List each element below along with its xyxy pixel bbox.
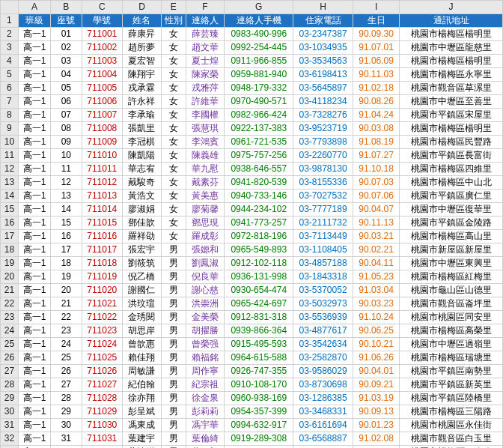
- cell-id[interactable]: 711025: [82, 351, 122, 365]
- cell-birth[interactable]: 90.09.13: [353, 405, 400, 419]
- cell-seat[interactable]: 11: [51, 163, 82, 176]
- cell-seat[interactable]: 32: [51, 446, 82, 449]
- cell-class[interactable]: 高一1: [18, 82, 50, 95]
- cell-contact[interactable]: 張嫄和: [186, 243, 225, 257]
- row-head[interactable]: 18: [1, 243, 19, 257]
- spreadsheet-grid[interactable]: A B C D E F G H I J 1班級座號學號姓名性別連絡人連絡人手機住…: [0, 0, 503, 448]
- header-cell[interactable]: 連絡人手機: [225, 14, 293, 28]
- cell-seat[interactable]: 24: [51, 338, 82, 351]
- cell-birth[interactable]: 90.01.23: [353, 419, 400, 432]
- cell-birth[interactable]: 90.03.08: [353, 122, 400, 136]
- cell-id[interactable]: 711027: [82, 378, 122, 392]
- cell-addr[interactable]: 桃園市中壢區至善里: [400, 95, 503, 109]
- cell-addr[interactable]: 桃園市楊梅區楊明里: [400, 28, 503, 41]
- cell-id[interactable]: 711017: [82, 243, 122, 257]
- cell-gender[interactable]: 女: [161, 122, 186, 136]
- cell-id[interactable]: 711015: [82, 217, 122, 230]
- cell-addr[interactable]: 桃園市楊梅區三陽路: [400, 405, 503, 419]
- cell-mobile[interactable]: 0965-549-893: [225, 243, 293, 257]
- cell-gender[interactable]: 女: [161, 68, 186, 82]
- cell-name[interactable]: 趙所夢: [123, 41, 162, 55]
- cell-gender[interactable]: 男: [161, 324, 186, 338]
- cell-name[interactable]: 戴駿奇: [123, 176, 162, 190]
- cell-class[interactable]: 高一1: [18, 270, 50, 284]
- cell-contact[interactable]: 張慧琪: [186, 122, 225, 136]
- cell-home[interactable]: 03-2347387: [293, 28, 353, 41]
- cell-contact[interactable]: 陳義雄: [186, 149, 225, 163]
- row-head[interactable]: 5: [1, 68, 19, 82]
- cell-birth[interactable]: 90.07.06: [353, 190, 400, 203]
- cell-home[interactable]: 03-1034935: [293, 41, 353, 55]
- cell-gender[interactable]: 女: [161, 163, 186, 176]
- cell-birth[interactable]: 90.09.30: [353, 28, 400, 41]
- cell-gender[interactable]: 男: [161, 378, 186, 392]
- cell-birth[interactable]: 91.03.19: [353, 392, 400, 405]
- cell-birth[interactable]: 90.02.21: [353, 243, 400, 257]
- header-cell[interactable]: 通訊地址: [400, 14, 503, 28]
- cell-class[interactable]: 高一1: [18, 176, 50, 190]
- cell-birth[interactable]: 91.05.23: [353, 270, 400, 284]
- cell-seat[interactable]: 07: [51, 109, 82, 122]
- cell-seat[interactable]: 04: [51, 68, 82, 82]
- header-cell[interactable]: 班級: [18, 14, 50, 28]
- cell-contact[interactable]: 徐金泉: [186, 392, 225, 405]
- cell-seat[interactable]: 14: [51, 203, 82, 217]
- cell-id[interactable]: 711014: [82, 203, 122, 217]
- col-head-F[interactable]: F: [186, 1, 225, 14]
- row-head[interactable]: 21: [1, 284, 19, 297]
- cell-home[interactable]: 03-7027532: [293, 190, 353, 203]
- cell-mobile[interactable]: 0937-357-535: [225, 446, 293, 449]
- cell-class[interactable]: 高一1: [18, 257, 50, 270]
- cell-mobile[interactable]: 0926-747-355: [225, 365, 293, 378]
- cell-home[interactable]: 03-9523719: [293, 122, 353, 136]
- cell-id[interactable]: 711026: [82, 365, 122, 378]
- row-head[interactable]: 31: [1, 419, 19, 432]
- cell-name[interactable]: 張凱里: [123, 122, 162, 136]
- cell-gender[interactable]: 女: [161, 176, 186, 190]
- cell-home[interactable]: 03-8155336: [293, 176, 353, 190]
- row-head[interactable]: 10: [1, 136, 19, 149]
- cell-seat[interactable]: 22: [51, 311, 82, 324]
- row-head[interactable]: 7: [1, 95, 19, 109]
- cell-gender[interactable]: 女: [161, 82, 186, 95]
- cell-home[interactable]: 03-2582870: [293, 351, 353, 365]
- cell-id[interactable]: 711003: [82, 55, 122, 68]
- row-head[interactable]: 20: [1, 270, 19, 284]
- cell-class[interactable]: 高一1: [18, 324, 50, 338]
- cell-name[interactable]: 華志宥: [123, 163, 162, 176]
- row-head[interactable]: 9: [1, 122, 19, 136]
- cell-gender[interactable]: 男: [161, 311, 186, 324]
- cell-class[interactable]: 高一1: [18, 392, 50, 405]
- cell-addr[interactable]: 桃園市中壢區復華里: [400, 203, 503, 217]
- cell-birth[interactable]: 91.02.18: [353, 82, 400, 95]
- cell-gender[interactable]: 女: [161, 217, 186, 230]
- row-head[interactable]: 28: [1, 378, 19, 392]
- cell-name[interactable]: 倪乙橋: [123, 270, 162, 284]
- cell-name[interactable]: 周敏謙: [123, 365, 162, 378]
- cell-home[interactable]: 03-5536939: [293, 311, 353, 324]
- cell-contact[interactable]: 葉三郎: [186, 446, 225, 449]
- select-all-corner[interactable]: [1, 1, 19, 14]
- cell-mobile[interactable]: 0940-733-146: [225, 190, 293, 203]
- cell-mobile[interactable]: 0972-818-196: [225, 230, 293, 243]
- cell-birth[interactable]: 90.09.21: [353, 378, 400, 392]
- cell-name[interactable]: 陳翔宇: [123, 68, 162, 82]
- cell-id[interactable]: 711007: [82, 109, 122, 122]
- cell-mobile[interactable]: 0954-357-399: [225, 405, 293, 419]
- cell-home[interactable]: 03-2260770: [293, 149, 353, 163]
- cell-birth[interactable]: 90.04.07: [353, 203, 400, 217]
- cell-gender[interactable]: 男: [161, 284, 186, 297]
- cell-contact[interactable]: 彭莉莉: [186, 405, 225, 419]
- cell-name[interactable]: 葉建宇: [123, 432, 162, 446]
- cell-id[interactable]: 711028: [82, 392, 122, 405]
- cell-gender[interactable]: 女: [161, 230, 186, 243]
- cell-gender[interactable]: 女: [161, 28, 186, 41]
- cell-addr[interactable]: 桃園市平鎮區南勢里: [400, 365, 503, 378]
- cell-addr[interactable]: 桃園市楊梅區高榮里: [400, 324, 503, 338]
- cell-seat[interactable]: 19: [51, 270, 82, 284]
- cell-id[interactable]: 711001: [82, 28, 122, 41]
- cell-birth[interactable]: 90.04.11: [353, 257, 400, 270]
- cell-mobile[interactable]: 0911-966-855: [225, 55, 293, 68]
- cell-contact[interactable]: 鄧思現: [186, 217, 225, 230]
- cell-name[interactable]: 廖淑娟: [123, 203, 162, 217]
